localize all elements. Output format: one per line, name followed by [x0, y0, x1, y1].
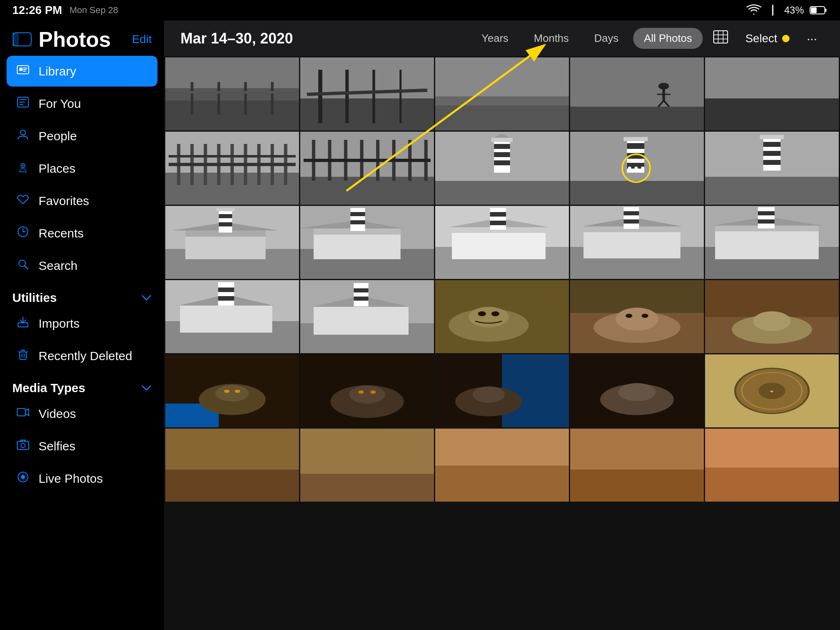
photo-cell[interactable] [300, 429, 434, 502]
photo-cell[interactable] [165, 132, 299, 205]
svg-rect-164 [218, 282, 234, 306]
sidebar-item-imports[interactable]: Imports [7, 308, 158, 339]
utilities-label: Utilities [12, 291, 57, 305]
photo-cell[interactable] [300, 354, 434, 427]
photo-cell[interactable] [435, 354, 569, 427]
photo-area: Mar 14–30, 2020 Years Months Days All Ph… [164, 21, 840, 630]
svg-point-193 [224, 390, 229, 393]
photo-cell[interactable] [570, 57, 704, 130]
foryou-icon [16, 96, 30, 112]
svg-rect-82 [300, 177, 434, 205]
svg-rect-124 [219, 210, 232, 233]
svg-rect-98 [491, 138, 513, 142]
svg-point-34 [21, 475, 25, 479]
svg-rect-58 [435, 96, 569, 105]
svg-rect-96 [494, 152, 510, 157]
photo-cell[interactable] [165, 280, 299, 353]
months-btn[interactable]: Months [523, 28, 580, 49]
sidebar-item-recently-deleted[interactable]: Recently Deleted [7, 340, 158, 371]
status-bar: 12:26 PM Mon Sep 28 43% [0, 0, 840, 21]
photo-cell[interactable] [705, 57, 839, 130]
svg-rect-150 [623, 211, 639, 215]
svg-rect-115 [763, 142, 781, 147]
edit-button[interactable]: Edit [132, 33, 152, 46]
favorites-icon [16, 193, 30, 209]
more-button[interactable]: ··· [800, 27, 824, 50]
photo-cell[interactable] [705, 429, 839, 502]
display-mode-button[interactable] [707, 26, 735, 50]
photo-cell[interactable] [570, 429, 704, 502]
photo-cell[interactable] [165, 57, 299, 130]
photo-grid: ✦ [164, 56, 840, 630]
photo-cell[interactable] [435, 429, 569, 502]
imports-icon [16, 315, 30, 331]
svg-point-32 [21, 443, 25, 447]
photo-cell-annotated[interactable] [570, 132, 704, 205]
svg-rect-135 [350, 220, 365, 224]
sidebar-item-selfies[interactable]: Selfies [7, 431, 158, 461]
sidebar-item-search[interactable]: Search [7, 250, 158, 281]
svg-rect-93 [435, 181, 569, 205]
svg-rect-173 [354, 297, 368, 301]
battery-icon [810, 5, 828, 15]
sidebar-item-videos[interactable]: Videos [7, 398, 158, 429]
svg-point-192 [215, 385, 249, 402]
svg-point-176 [469, 307, 509, 327]
days-btn[interactable]: Days [584, 28, 629, 49]
photo-cell[interactable] [570, 280, 704, 353]
svg-rect-158 [758, 211, 775, 215]
svg-rect-1 [825, 9, 826, 12]
svg-rect-172 [354, 288, 368, 292]
svg-rect-125 [219, 214, 232, 218]
svg-rect-127 [216, 208, 235, 211]
sidebar-item-library[interactable]: Library [7, 56, 158, 87]
photo-cell[interactable] [165, 429, 299, 502]
svg-rect-2 [811, 7, 817, 13]
sidebar-toggle-icon[interactable] [12, 31, 32, 48]
photo-cell[interactable] [705, 206, 839, 279]
photo-cell[interactable] [300, 132, 434, 205]
photo-cell[interactable] [165, 206, 299, 279]
photo-cell[interactable] [165, 354, 299, 427]
svg-marker-30 [25, 409, 29, 415]
years-btn[interactable]: Years [471, 28, 519, 49]
utilities-chevron-icon[interactable] [141, 294, 152, 302]
photo-cell[interactable] [300, 57, 434, 130]
media-types-label: Media Types [12, 381, 85, 395]
all-photos-btn[interactable]: All Photos [633, 28, 703, 49]
svg-rect-95 [494, 144, 510, 149]
search-icon [16, 258, 30, 274]
media-types-chevron-icon[interactable] [141, 384, 152, 392]
wifi-icon [746, 5, 761, 16]
sidebar-item-places[interactable]: Places [7, 153, 158, 184]
photo-cell[interactable] [435, 280, 569, 353]
sidebar: Photos Edit Library For You [0, 21, 164, 630]
svg-rect-21 [18, 323, 28, 327]
photo-cell[interactable] [705, 132, 839, 205]
photo-cell[interactable] [300, 280, 434, 353]
svg-point-198 [358, 390, 364, 394]
sidebar-item-recents[interactable]: Recents [7, 218, 158, 249]
svg-rect-166 [218, 296, 234, 301]
svg-rect-116 [763, 151, 781, 156]
videos-icon [16, 406, 30, 422]
svg-rect-104 [627, 153, 644, 159]
photo-cell[interactable] [435, 57, 569, 130]
photo-cell[interactable] [570, 206, 704, 279]
photo-cell[interactable]: ✦ [705, 354, 839, 427]
sidebar-item-foryou[interactable]: For You [7, 88, 158, 119]
svg-rect-126 [219, 222, 232, 226]
sidebar-item-favorites[interactable]: Favorites [7, 185, 158, 216]
photo-cell[interactable] [705, 280, 839, 353]
svg-rect-43 [165, 88, 299, 100]
svg-rect-118 [760, 135, 784, 139]
photo-cell[interactable] [435, 132, 569, 205]
photo-cell[interactable] [300, 206, 434, 279]
sidebar-item-live-photos[interactable]: Live Photos [7, 463, 158, 494]
svg-rect-213 [165, 470, 299, 502]
photo-cell[interactable] [570, 354, 704, 427]
photo-cell[interactable] [435, 206, 569, 279]
battery-indicator: 43% [784, 5, 804, 16]
sidebar-item-people[interactable]: People [7, 121, 158, 151]
select-button[interactable]: Select [739, 28, 796, 49]
